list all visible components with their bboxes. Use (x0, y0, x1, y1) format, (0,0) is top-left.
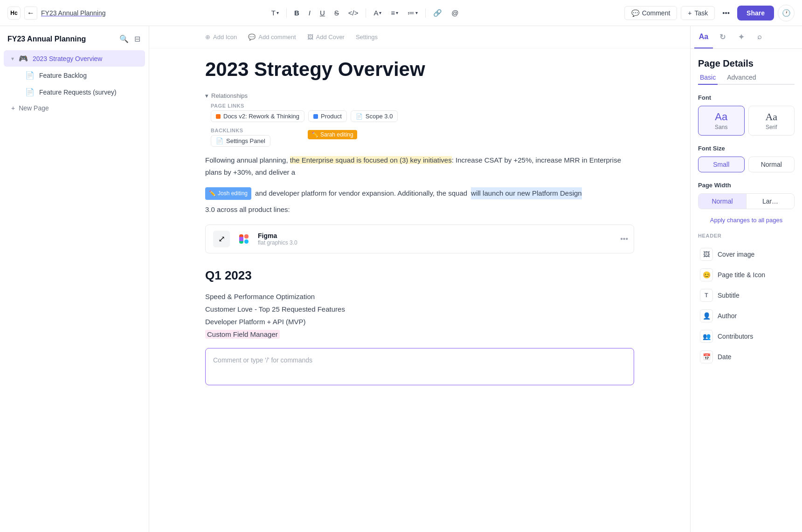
body-text-highlight-yellow: the Enterprise squad is focused on (3) k… (290, 156, 452, 164)
sidebar-layout-button[interactable]: ⊟ (133, 34, 141, 44)
font-serif-preview: Aa (753, 111, 791, 123)
panel-tab-refresh[interactable]: ↻ (713, 26, 732, 48)
toolbar-divider-1 (286, 8, 287, 18)
history-button[interactable]: 🕐 (778, 5, 795, 21)
more-button[interactable]: ••• (719, 7, 733, 19)
figma-expand-icon[interactable]: ⤢ (213, 231, 230, 247)
q1-heading: Q1 2023 (205, 268, 634, 283)
sidebar-search-button[interactable]: 🔍 (118, 34, 130, 44)
header-option-page-title[interactable]: 😊 Page title & Icon (698, 265, 795, 285)
rel-link-docs[interactable]: Docs v2: Rework & Thinking (211, 110, 304, 122)
color-button[interactable]: A ▾ (370, 7, 385, 19)
header-option-author[interactable]: 👤 Author (698, 306, 795, 326)
size-option-normal[interactable]: Normal (748, 157, 795, 172)
add-cover-label: Add Cover (316, 34, 345, 41)
panel-tab-refresh-icon: ↻ (719, 33, 726, 41)
panel-tab-search-icon: ⌕ (757, 33, 762, 41)
panel-sub-tab-advanced[interactable]: Advanced (725, 71, 758, 85)
figma-name: Figma (258, 232, 626, 239)
figma-subtitle: flat graphics 3.0 (258, 239, 626, 246)
toolbar: Hc ← FY23 Annual Planning T ▾ B I U S </… (0, 0, 802, 26)
rel-link-scope-icon: 📄 (356, 113, 363, 120)
sidebar-header-icons: 🔍 ⊟ (118, 34, 141, 44)
page-meta-bar: ⊕ Add Icon 💬 Add comment 🖼 Add Cover Set… (149, 26, 690, 48)
font-label: Font (698, 94, 795, 101)
header-option-date[interactable]: 📅 Date (698, 347, 795, 367)
comment-box[interactable]: Comment or type '/' for commands (205, 348, 634, 385)
underline-button[interactable]: U (316, 7, 329, 19)
history-icon: 🕐 (782, 9, 791, 17)
panel-tab-search[interactable]: ⌕ (750, 26, 769, 48)
new-page-label: New Page (19, 104, 49, 112)
add-comment-button[interactable]: 💬 Add comment (248, 32, 296, 42)
breadcrumb[interactable]: FY23 Annual Planning (41, 9, 106, 17)
sidebar-item-strategy-label: 2023 Strategy Overview (33, 55, 102, 62)
figma-embed[interactable]: ⤢ Figma flat graphics 3.0 ••• (205, 225, 634, 253)
cover-image-label: Cover image (718, 251, 754, 258)
width-option-large[interactable]: Lar… (747, 194, 794, 209)
backlink-settings[interactable]: 📄 Settings Panel (211, 135, 270, 147)
toolbar-right: 💬 Comment + Task ••• Share 🕐 (624, 5, 795, 21)
font-serif-label: Serif (753, 124, 791, 130)
body-text-2: and developer platform for vendor expans… (255, 187, 467, 199)
panel-sub-tab-basic[interactable]: Basic (698, 71, 718, 85)
q1-list: Speed & Performance Optimization Custome… (205, 290, 634, 341)
add-icon-label: Add Icon (213, 34, 237, 41)
rel-link-product[interactable]: Product (308, 110, 347, 122)
font-option-serif[interactable]: Aa Serif (748, 106, 795, 136)
size-option-small[interactable]: Small (698, 157, 745, 172)
width-option-normal[interactable]: Normal (698, 194, 747, 209)
font-option-sans[interactable]: Aa Sans (698, 106, 745, 136)
relationships-toggle[interactable]: ▾ Relationships (205, 92, 634, 99)
code-button[interactable]: </> (345, 7, 362, 19)
body-text-pre: Following annual planning, (205, 156, 290, 164)
settings-button[interactable]: Settings (356, 34, 378, 41)
rel-link-scope[interactable]: 📄 Scope 3.0 (351, 110, 398, 122)
q1-item-2: Developer Platform + API (MVP) (205, 315, 634, 328)
sidebar-new-page-button[interactable]: + New Page (4, 101, 145, 116)
sidebar-item-backlog[interactable]: 📄 Feature Backlog (4, 67, 145, 83)
share-button[interactable]: Share (737, 6, 774, 20)
italic-button[interactable]: I (305, 7, 314, 19)
back-button[interactable]: ← (24, 7, 37, 20)
page-title-label: Page title & Icon (718, 271, 765, 279)
rel-details: PAGE LINKS Docs v2: Rework & Thinking Pr… (205, 103, 634, 147)
backlinks-list: 📄 Settings Panel (211, 135, 634, 147)
link-button[interactable]: 🔗 (429, 7, 446, 19)
svg-rect-1 (244, 234, 249, 239)
align-chevron: ▾ (396, 10, 398, 15)
sidebar-item-backlog-icon: 📄 (25, 71, 35, 80)
rel-link-docs-label: Docs v2: Rework & Thinking (223, 113, 299, 120)
align-button[interactable]: ≡ ▾ (387, 7, 402, 19)
mention-button[interactable]: @ (448, 7, 462, 19)
apply-changes-link[interactable]: Apply changes to all pages (698, 217, 795, 224)
font-sans-label: Sans (702, 124, 740, 130)
header-option-contributors[interactable]: 👥 Contributors (698, 326, 795, 347)
toolbar-center: T ▾ B I U S </> A ▾ ≡ ▾ ≔ ▾ 🔗 @ (110, 7, 621, 19)
add-icon-button[interactable]: ⊕ Add Icon (205, 32, 237, 42)
comment-button[interactable]: 💬 Comment (624, 6, 678, 20)
header-option-cover[interactable]: 🖼 Cover image (698, 244, 795, 265)
bold-button[interactable]: B (290, 7, 303, 19)
list-chevron: ▾ (415, 10, 418, 15)
panel-tab-tools[interactable]: ✦ (732, 26, 750, 48)
task-button[interactable]: + Task (681, 6, 715, 20)
page-links-label: PAGE LINKS (211, 103, 634, 109)
sidebar-item-requests[interactable]: 📄 Feature Requests (survey) (4, 84, 145, 100)
toolbar-divider-3 (425, 8, 426, 18)
figma-more-button[interactable]: ••• (620, 235, 628, 243)
right-panel: Aa ↻ ✦ ⌕ Page Details Basic Advanced Fon… (690, 26, 802, 532)
body-text-highlight-blue: will launch our new Platform Design (471, 187, 582, 199)
panel-tab-details[interactable]: Aa (694, 26, 713, 48)
app-icon[interactable]: Hc (7, 7, 21, 20)
font-size-label: Font Size (698, 145, 795, 152)
strikethrough-button[interactable]: S (331, 7, 343, 19)
header-option-subtitle[interactable]: T Subtitle (698, 285, 795, 306)
color-chevron: ▾ (379, 10, 381, 15)
add-cover-button[interactable]: 🖼 Add Cover (307, 32, 345, 42)
list-label: ≔ (408, 9, 415, 17)
text-format-button[interactable]: T ▾ (268, 7, 283, 19)
list-button[interactable]: ≔ ▾ (404, 7, 422, 19)
page-content: 2023 Strategy Overview ▾ Relationships P… (149, 48, 690, 404)
sidebar-item-strategy[interactable]: ▾ 🎮 2023 Strategy Overview (4, 50, 145, 67)
